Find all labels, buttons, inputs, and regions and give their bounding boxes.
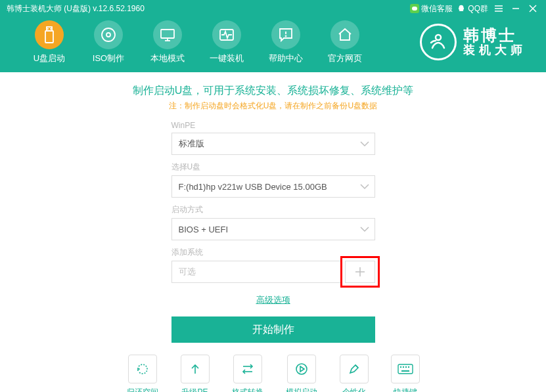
nav-iso[interactable]: ISO制作: [79, 20, 138, 64]
nav-label: 本地模式: [150, 53, 185, 64]
wechat-icon: [410, 4, 419, 13]
nav-label: 帮助中心: [269, 53, 303, 64]
main-subtitle: 注：制作启动盘时会格式化U盘，请在制作之前备份U盘数据: [0, 100, 546, 112]
personalize-icon: [340, 355, 369, 383]
upgrade-icon: [181, 355, 210, 383]
nav-local[interactable]: 本地模式: [138, 20, 197, 64]
logo: 韩博士 装机大师: [420, 24, 526, 60]
menu-button[interactable]: [492, 2, 505, 15]
boot-label: 启动方式: [171, 204, 375, 215]
footer-personalize[interactable]: 个性化: [340, 355, 369, 392]
svg-point-10: [102, 28, 115, 41]
usb-select[interactable]: F:(hd1)hp v221w USB Device 15.00GB: [171, 175, 375, 198]
restore-icon: [128, 355, 157, 383]
convert-icon: [233, 355, 262, 383]
qq-icon: [457, 4, 466, 13]
footer-upgrade[interactable]: 升级PE: [181, 355, 210, 392]
footer-shortcut[interactable]: 快捷键: [391, 355, 420, 392]
monitor-icon: [153, 20, 182, 49]
svg-point-27: [405, 367, 406, 368]
nav-label: 官方网页: [328, 53, 362, 64]
start-button[interactable]: 开始制作: [171, 316, 375, 343]
svg-rect-12: [161, 30, 174, 38]
qq-group-link[interactable]: QQ群: [457, 3, 488, 14]
svg-rect-24: [398, 364, 413, 374]
svg-rect-6: [45, 31, 53, 43]
nav-label: ISO制作: [93, 53, 124, 64]
home-icon: [330, 20, 359, 49]
svg-point-17: [286, 35, 286, 36]
svg-point-25: [400, 367, 401, 368]
winpe-select[interactable]: 标准版: [171, 133, 375, 155]
titlebar: 韩博士装机大师 (U盘版) v.12.6.52.1960 微信客服 QQ群: [0, 0, 546, 17]
winpe-label: WinPE: [171, 121, 375, 130]
svg-point-26: [403, 367, 403, 368]
heartbeat-icon: [212, 20, 241, 49]
svg-point-28: [408, 367, 409, 368]
svg-rect-29: [401, 370, 409, 372]
help-icon: [271, 20, 300, 49]
plus-icon: [354, 266, 366, 278]
footer-restore[interactable]: 归还空间: [127, 355, 158, 392]
footer-label: 归还空间: [127, 387, 158, 392]
nav-usb-boot[interactable]: U盘启动: [20, 20, 79, 64]
main-title: 制作启动U盘，可用于系统安装、系统损坏修复、系统维护等: [0, 84, 546, 98]
system-input[interactable]: 可选: [171, 261, 341, 283]
svg-point-18: [436, 35, 441, 40]
system-label: 添加系统: [171, 247, 375, 258]
app-title: 韩博士装机大师 (U盘版) v.12.6.52.1960: [7, 3, 410, 14]
footer-label: 个性化: [342, 387, 366, 392]
boot-select[interactable]: BIOS + UEFI: [171, 218, 375, 240]
wechat-support-link[interactable]: 微信客服: [410, 3, 453, 14]
footer-label: 升级PE: [181, 387, 208, 392]
add-system-button[interactable]: [345, 261, 375, 283]
advanced-options-link[interactable]: 高级选项: [256, 295, 290, 305]
nav-oneclick[interactable]: 一键装机: [197, 20, 256, 64]
nav-label: U盘启动: [34, 53, 65, 64]
nav-label: 一键装机: [210, 53, 244, 64]
simulate-icon: [287, 355, 316, 383]
usb-label: 选择U盘: [171, 162, 375, 173]
shortcut-icon: [391, 355, 420, 383]
svg-marker-23: [300, 366, 304, 372]
minimize-button[interactable]: [509, 2, 522, 15]
footer-label: 格式转换: [232, 387, 263, 392]
footer-label: 模拟启动: [286, 387, 317, 392]
svg-point-11: [106, 33, 110, 37]
footer-convert[interactable]: 格式转换: [232, 355, 263, 392]
logo-line1: 韩博士: [463, 27, 526, 44]
logo-icon: [420, 24, 457, 60]
disc-icon: [94, 20, 123, 49]
main-nav: U盘启动 ISO制作 本地模式 一键装机 帮助中心 官方网页 韩博士 装机大师: [0, 17, 546, 72]
footer-simulate[interactable]: 模拟启动: [286, 355, 317, 392]
nav-help[interactable]: 帮助中心: [256, 20, 315, 64]
close-button[interactable]: [526, 2, 539, 15]
usb-icon: [35, 20, 64, 49]
logo-line2: 装机大师: [463, 44, 526, 57]
svg-point-22: [296, 364, 307, 374]
footer-label: 快捷键: [394, 387, 417, 392]
nav-website[interactable]: 官方网页: [315, 20, 375, 64]
